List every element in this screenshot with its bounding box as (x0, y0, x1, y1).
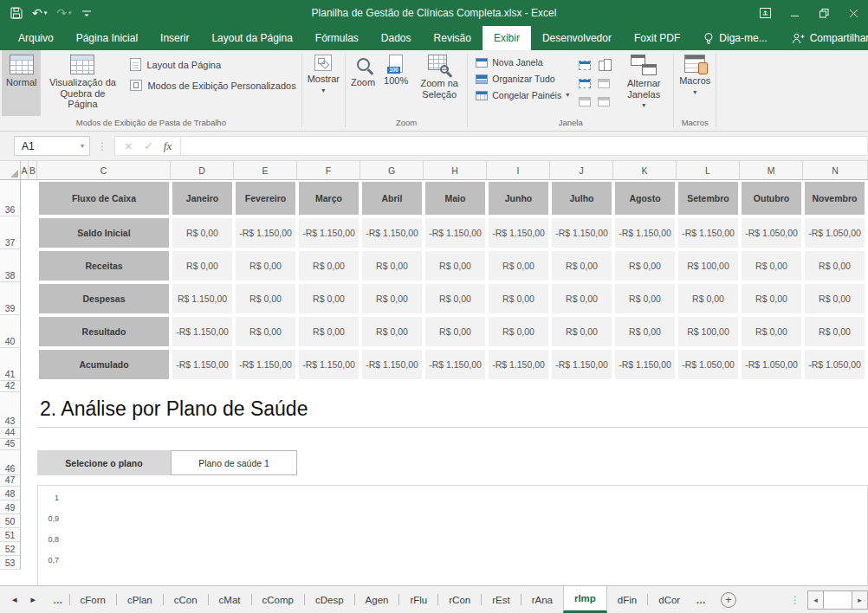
cashflow-value-cell[interactable]: R$ 0,00 (171, 216, 234, 249)
cashflow-header-cell[interactable]: Fluxo de Caixa (37, 180, 171, 216)
page-layout-button[interactable]: Layout da Página (130, 58, 295, 71)
arrange-all-button[interactable]: Organizar Tudo (476, 74, 569, 84)
zoom-100-button[interactable]: 100% (379, 50, 412, 87)
cashflow-value-cell[interactable]: R$ 0,00 (297, 282, 360, 315)
share-button[interactable]: Compartilhar (780, 26, 868, 50)
column-header-J[interactable]: J (550, 161, 613, 179)
cashflow-header-cell[interactable]: Outubro (740, 180, 803, 216)
row-header-49[interactable]: 49 (0, 500, 21, 514)
cashflow-value-cell[interactable]: R$ 0,00 (487, 282, 550, 315)
cashflow-row-label[interactable]: Despesas (37, 282, 171, 315)
cashflow-header-cell[interactable]: Janeiro (171, 180, 234, 216)
cashflow-value-cell[interactable]: R$ 0,00 (297, 249, 360, 282)
cancel-icon[interactable]: × (124, 140, 133, 152)
tab-scroll-splitter[interactable]: ⋮ (790, 594, 800, 606)
cashflow-header-cell[interactable]: Junho (487, 180, 550, 216)
cashflow-value-cell[interactable]: R$ 100,00 (677, 315, 740, 348)
row-header-50[interactable]: 50 (0, 514, 21, 528)
ribbon-tab-arquivo[interactable]: Arquivo (7, 26, 65, 50)
row-header-38[interactable]: 38 (0, 249, 21, 282)
column-header-A[interactable]: A (21, 161, 29, 179)
cashflow-row-label[interactable]: Acumulado (37, 348, 171, 381)
cashflow-value-cell[interactable]: R$ 0,00 (613, 282, 677, 315)
new-sheet-button[interactable]: + (721, 592, 736, 608)
cashflow-value-cell[interactable]: R$ 0,00 (740, 249, 803, 282)
row-header-45[interactable]: 45 (0, 439, 21, 450)
reset-window-position-button[interactable] (594, 93, 613, 111)
scroll-left-icon[interactable]: ◂ (808, 591, 823, 609)
sheet-nav-right-icon[interactable]: ▸ (31, 594, 36, 605)
row-header-52[interactable]: 52 (0, 542, 21, 556)
formula-bar-splitter[interactable]: ⋮ (97, 140, 107, 152)
row-header-41[interactable]: 41 (0, 348, 21, 381)
cashflow-value-cell[interactable]: R$ 0,00 (550, 315, 613, 348)
row-header-40[interactable]: 40 (0, 315, 21, 348)
cashflow-value-cell[interactable]: R$ 1.150,00 (171, 282, 234, 315)
column-header-N[interactable]: N (803, 161, 868, 179)
row-header-48[interactable]: 48 (0, 487, 21, 500)
close-button[interactable] (839, 0, 868, 26)
cashflow-value-cell[interactable]: -R$ 1.150,00 (171, 315, 234, 348)
cashflow-value-cell[interactable]: R$ 0,00 (803, 315, 866, 348)
sheet-tab-rana[interactable]: rAna (521, 586, 563, 613)
cashflow-value-cell[interactable]: R$ 0,00 (613, 315, 677, 348)
cashflow-value-cell[interactable]: -R$ 1.050,00 (803, 216, 866, 249)
sheet-tab-cmat[interactable]: cMat (209, 586, 251, 613)
insert-function-icon[interactable]: fx (164, 139, 172, 153)
customize-qat-button[interactable] (81, 8, 92, 18)
select-all-corner[interactable] (0, 161, 21, 179)
cashflow-value-cell[interactable]: -R$ 1.150,00 (613, 348, 677, 381)
cashflow-value-cell[interactable]: R$ 0,00 (360, 315, 424, 348)
cashflow-value-cell[interactable]: R$ 0,00 (234, 282, 297, 315)
cashflow-value-cell[interactable]: -R$ 1.150,00 (550, 348, 613, 381)
cashflow-header-cell[interactable]: Agosto (613, 180, 677, 216)
macros-button[interactable]: Macros ▾ (675, 50, 715, 96)
minimize-button[interactable] (780, 0, 809, 26)
cashflow-header-cell[interactable]: Abril (360, 180, 424, 216)
sheet-tab-dcor[interactable]: dCor (648, 586, 690, 613)
cashflow-row-label[interactable]: Saldo Inicial (37, 216, 171, 249)
cashflow-value-cell[interactable]: -R$ 1.150,00 (550, 216, 613, 249)
unhide-window-button[interactable] (575, 93, 594, 111)
cashflow-header-cell[interactable]: Maio (424, 180, 487, 216)
ribbon-tab-layout-da-pa-gina[interactable]: Layout da Página (200, 26, 303, 50)
column-header-H[interactable]: H (424, 161, 487, 179)
cashflow-value-cell[interactable]: R$ 0,00 (424, 249, 487, 282)
sheet-tab-rcon[interactable]: rCon (438, 586, 481, 613)
cashflow-row-label[interactable]: Receitas (37, 249, 171, 282)
sheet-tab-rflu[interactable]: rFlu (399, 586, 437, 613)
cashflow-row-label[interactable]: Resultado (37, 315, 171, 348)
ribbon-tab-dados[interactable]: Dados (370, 26, 423, 50)
page-break-preview-button[interactable]: Visualização da Quebra de Página (41, 50, 124, 110)
cashflow-value-cell[interactable]: -R$ 1.150,00 (487, 216, 550, 249)
cashflow-value-cell[interactable]: -R$ 1.150,00 (234, 216, 297, 249)
sheet-tab-agen[interactable]: Agen (355, 586, 399, 613)
scroll-right-icon[interactable]: ▸ (852, 591, 867, 609)
cashflow-value-cell[interactable]: R$ 0,00 (740, 282, 803, 315)
sheet-tab-rimp[interactable]: rImp (563, 586, 607, 613)
cashflow-value-cell[interactable]: -R$ 1.050,00 (803, 348, 866, 381)
normal-view-button[interactable]: Normal (2, 50, 41, 116)
cashflow-value-cell[interactable]: R$ 0,00 (487, 249, 550, 282)
hide-window-button[interactable] (575, 74, 594, 93)
column-header-D[interactable]: D (171, 161, 234, 179)
cashflow-value-cell[interactable]: -R$ 1.150,00 (297, 216, 360, 249)
column-header-G[interactable]: G (360, 161, 424, 179)
row-header-36[interactable]: 36 (0, 180, 21, 216)
formula-input[interactable] (181, 136, 868, 156)
cashflow-value-cell[interactable]: -R$ 1.150,00 (360, 348, 424, 381)
freeze-panes-button[interactable]: Congelar Painéis ▾ (476, 90, 569, 100)
cashflow-header-cell[interactable]: Setembro (677, 180, 740, 216)
column-header-B[interactable]: B (29, 161, 37, 179)
cashflow-value-cell[interactable]: -R$ 1.150,00 (424, 348, 487, 381)
cashflow-value-cell[interactable]: -R$ 1.050,00 (740, 216, 803, 249)
cashflow-value-cell[interactable]: R$ 0,00 (740, 315, 803, 348)
split-button[interactable] (575, 56, 594, 74)
row-header-51[interactable]: 51 (0, 528, 21, 542)
cashflow-value-cell[interactable]: -R$ 1.050,00 (740, 348, 803, 381)
column-header-K[interactable]: K (613, 161, 677, 179)
cashflow-value-cell[interactable]: -R$ 1.050,00 (677, 348, 740, 381)
restore-button[interactable] (809, 0, 839, 26)
cashflow-value-cell[interactable]: R$ 0,00 (803, 282, 866, 315)
cashflow-header-cell[interactable]: Fevereiro (234, 180, 297, 216)
